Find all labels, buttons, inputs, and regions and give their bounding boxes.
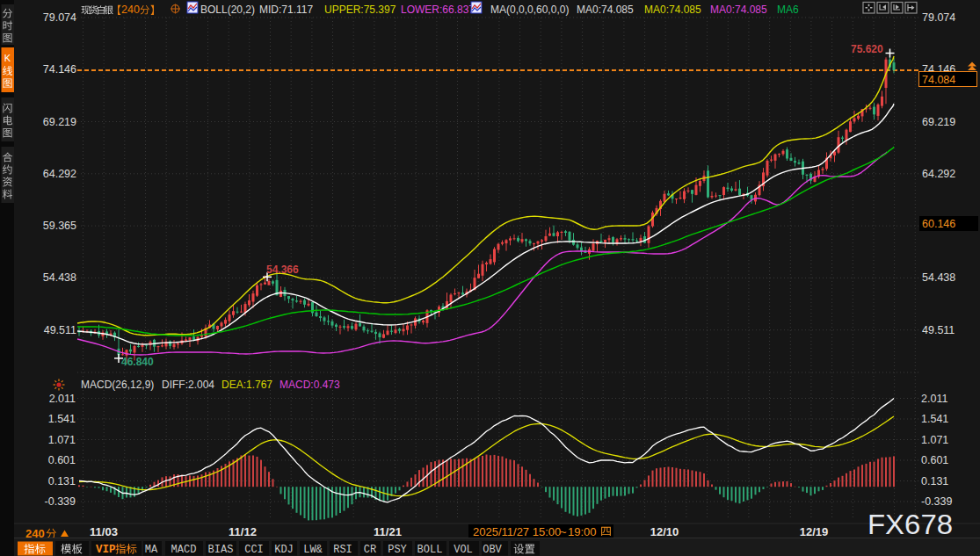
svg-text:54.438: 54.438 xyxy=(922,271,955,284)
svg-text:VIP: VIP xyxy=(96,544,116,556)
svg-text:MA(0,0,0,60,0,0): MA(0,0,0,60,0,0) xyxy=(490,4,569,16)
svg-text:BIAS: BIAS xyxy=(208,544,234,556)
svg-text:CCI: CCI xyxy=(244,544,264,556)
svg-text:2025/11/27 15:00: 2025/11/27 15:00 xyxy=(473,525,561,538)
svg-text:LOWER:66.837: LOWER:66.837 xyxy=(401,4,475,16)
svg-text:1.541: 1.541 xyxy=(48,413,76,425)
svg-text:59.365: 59.365 xyxy=(43,220,76,232)
svg-text:CR: CR xyxy=(364,544,376,556)
svg-text:MID:71.117: MID:71.117 xyxy=(259,4,313,16)
svg-text:19:00: 19:00 xyxy=(568,525,597,538)
svg-text:1.071: 1.071 xyxy=(48,434,76,446)
svg-text:0.131: 0.131 xyxy=(921,475,948,487)
svg-text:54.438: 54.438 xyxy=(43,271,76,284)
svg-text:11/21: 11/21 xyxy=(374,525,402,538)
svg-text:1.541: 1.541 xyxy=(921,413,948,425)
svg-text:12/10: 12/10 xyxy=(650,525,679,538)
svg-text:69.219: 69.219 xyxy=(922,116,955,128)
svg-text:0.601: 0.601 xyxy=(921,454,948,466)
svg-text:MA0:74.085: MA0:74.085 xyxy=(644,4,701,16)
svg-text:MA6: MA6 xyxy=(777,4,799,16)
svg-text:64.292: 64.292 xyxy=(43,168,76,180)
svg-text:-0.339: -0.339 xyxy=(45,495,76,508)
svg-text:64.292: 64.292 xyxy=(922,168,955,180)
svg-text:49.511: 49.511 xyxy=(44,324,76,336)
svg-text:MA0:74.085: MA0:74.085 xyxy=(577,4,634,16)
svg-text:79.074: 79.074 xyxy=(43,11,76,24)
svg-text:DEA:1.767: DEA:1.767 xyxy=(221,379,272,391)
svg-text:K: K xyxy=(4,53,11,63)
svg-text:-0.339: -0.339 xyxy=(921,495,952,508)
svg-text:11/12: 11/12 xyxy=(229,525,257,538)
svg-text:VOL: VOL xyxy=(454,544,473,556)
svg-text:MA: MA xyxy=(145,544,158,556)
svg-text:2.011: 2.011 xyxy=(921,393,947,405)
svg-text:46.840: 46.840 xyxy=(121,356,154,368)
svg-text:12/19: 12/19 xyxy=(800,525,829,538)
svg-text:UPPER:75.397: UPPER:75.397 xyxy=(324,4,396,16)
svg-text:79.074: 79.074 xyxy=(922,11,955,24)
svg-text:DIFF:2.004: DIFF:2.004 xyxy=(162,379,214,391)
svg-text:BOLL: BOLL xyxy=(417,544,443,556)
svg-text:60.146: 60.146 xyxy=(922,218,955,230)
svg-text:BOLL(20,2): BOLL(20,2) xyxy=(200,4,255,16)
svg-text:OBV: OBV xyxy=(483,544,502,556)
svg-text:FX678: FX678 xyxy=(867,509,953,540)
svg-text:RSI: RSI xyxy=(333,544,352,556)
svg-text:MACD(26,12,9): MACD(26,12,9) xyxy=(81,379,154,391)
svg-text:PSY: PSY xyxy=(388,544,407,556)
svg-text:KDJ: KDJ xyxy=(274,544,294,556)
svg-text:MACD: MACD xyxy=(171,544,197,556)
svg-text:0.131: 0.131 xyxy=(48,475,76,487)
svg-text:74.084: 74.084 xyxy=(922,74,955,86)
svg-text:MACD:0.473: MACD:0.473 xyxy=(279,379,340,391)
svg-text:~: ~ xyxy=(560,525,567,538)
svg-text:LW&: LW& xyxy=(303,544,323,556)
svg-text:MA0:74.085: MA0:74.085 xyxy=(710,4,767,16)
svg-text:0.601: 0.601 xyxy=(48,454,76,466)
svg-text:75.620: 75.620 xyxy=(851,43,883,55)
svg-text:49.511: 49.511 xyxy=(922,324,955,336)
svg-text:2.011: 2.011 xyxy=(49,393,76,405)
svg-text:74.146: 74.146 xyxy=(43,63,76,76)
svg-text:11/03: 11/03 xyxy=(90,525,118,538)
svg-text:54.366: 54.366 xyxy=(266,264,299,276)
svg-text:1.071: 1.071 xyxy=(921,434,948,446)
svg-text:69.219: 69.219 xyxy=(43,116,76,128)
svg-text:240: 240 xyxy=(121,4,140,16)
